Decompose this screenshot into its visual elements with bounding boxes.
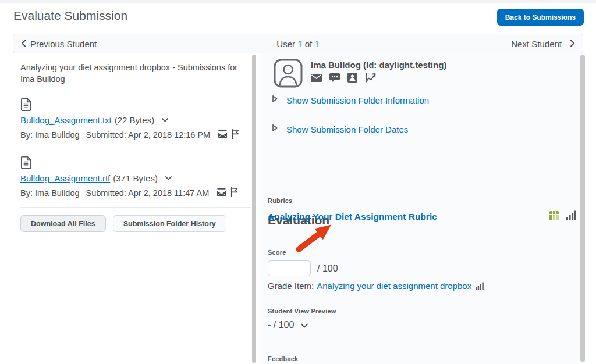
download-all-files-button[interactable]: Download All Files <box>20 215 106 232</box>
submissions-panel: Analyzing your diet assignment dropbox -… <box>20 53 251 232</box>
submission-file-row: Bulldog_Assignment.rtf (371 Bytes) By: I… <box>20 156 251 199</box>
page-title: Evaluate Submission <box>13 9 127 23</box>
user-progress-icon[interactable] <box>365 73 376 83</box>
evaluation-panel: Ima Bulldog (Id: daylight.testing) Show … <box>260 53 585 364</box>
file-author: By: Ima Bulldog <box>20 130 80 140</box>
file-link[interactable]: Bulldog_Assignment.txt <box>20 115 112 125</box>
chevron-right-icon <box>570 39 575 49</box>
expand-triangle-icon <box>272 124 278 134</box>
file-author: By: Ima Bulldog <box>20 188 80 198</box>
user-profile-icon[interactable] <box>347 73 357 83</box>
next-student-label: Next Student <box>511 39 562 49</box>
previous-student-label: Previous Student <box>30 39 97 49</box>
evaluate-submission-page: Evaluate Submission Back to Submissions … <box>0 0 596 364</box>
divider <box>20 149 251 149</box>
grade-statistics-icon[interactable] <box>476 282 484 290</box>
file-link[interactable]: Bulldog_Assignment.rtf <box>20 173 110 183</box>
submission-folder-history-button[interactable]: Submission Folder History <box>113 215 226 232</box>
show-info-label: Show Submission Folder Information <box>286 95 429 105</box>
divider <box>268 119 581 119</box>
feedback-label: Feedback <box>268 355 298 362</box>
score-input[interactable] <box>268 260 311 276</box>
student-name: Ima Bulldog (Id: daylight.testing) <box>311 60 446 70</box>
file-submitted-date: Submitted: Apr 2, 2018 11:47 AM <box>86 188 210 198</box>
instant-message-icon[interactable] <box>329 73 340 83</box>
grade-item-label: Grade Item: <box>268 281 314 291</box>
flag-icon[interactable] <box>230 187 238 199</box>
divider <box>268 142 581 142</box>
student-view-chevron-down-icon[interactable] <box>301 320 308 330</box>
submissions-heading: Analyzing your diet assignment dropbox -… <box>20 53 240 85</box>
grade-item-link[interactable]: Analyzing your diet assignment dropbox <box>317 281 471 291</box>
expand-triangle-icon <box>272 95 278 105</box>
left-panel-scrollbar[interactable] <box>252 55 256 363</box>
next-student-button[interactable]: Next Student <box>511 39 575 49</box>
submission-file-row: Bulldog_Assignment.txt (22 Bytes) By: Im… <box>20 98 251 141</box>
document-icon <box>20 98 251 113</box>
chevron-left-icon <box>21 39 26 49</box>
right-panel-scrollbar[interactable] <box>580 55 585 362</box>
flag-icon[interactable] <box>232 129 239 141</box>
mark-read-icon[interactable] <box>218 130 228 140</box>
file-submitted-date: Submitted: Apr 2, 2018 12:16 PM <box>86 130 211 140</box>
score-label: Score <box>268 249 286 256</box>
email-icon[interactable] <box>311 74 322 82</box>
show-dates-label: Show Submission Folder Dates <box>286 124 408 134</box>
user-counter: User 1 of 1 <box>276 39 319 49</box>
show-submission-folder-dates[interactable]: Show Submission Folder Dates <box>272 124 408 134</box>
divider <box>268 90 581 90</box>
student-view-preview-value: - / 100 <box>268 320 294 330</box>
file-actions-chevron-down-icon[interactable] <box>162 118 168 122</box>
file-size: (22 Bytes) <box>115 115 154 125</box>
student-navigation-bar: Previous Student User 1 of 1 Next Studen… <box>13 34 583 53</box>
divider <box>20 207 251 208</box>
student-view-preview-label: Student View Preview <box>268 308 336 315</box>
rubric-link[interactable]: Analyzing Your Diet Assignment Rubric <box>268 212 437 222</box>
show-submission-folder-information[interactable]: Show Submission Folder Information <box>272 95 429 105</box>
mark-read-icon[interactable] <box>217 188 226 198</box>
window-edge <box>0 0 596 3</box>
rubric-statistics-icon[interactable] <box>566 210 576 223</box>
file-actions-chevron-down-icon[interactable] <box>165 176 172 180</box>
document-icon <box>20 156 251 172</box>
file-size: (371 Bytes) <box>113 173 158 183</box>
score-out-of: / 100 <box>317 263 338 274</box>
rubrics-label: Rubrics <box>268 197 292 204</box>
back-to-submissions-button[interactable]: Back to Submissions <box>497 9 584 26</box>
student-avatar <box>274 59 303 90</box>
previous-student-button[interactable]: Previous Student <box>21 39 97 49</box>
rubric-preview-grid-icon <box>549 211 559 223</box>
